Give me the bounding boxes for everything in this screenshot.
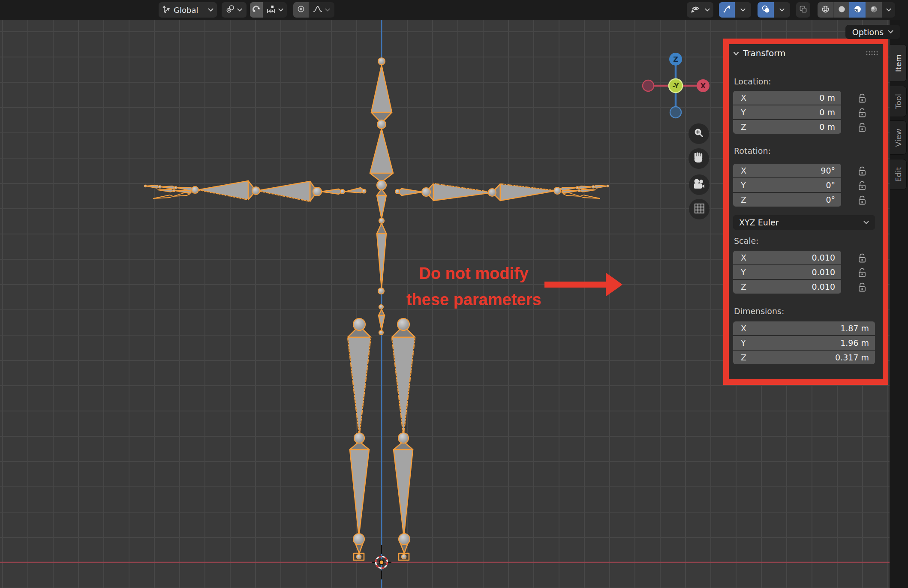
snap-target-dropdown[interactable] <box>263 2 287 18</box>
overlays-icon <box>761 5 770 15</box>
hand-icon <box>693 152 704 165</box>
pan-hand-button[interactable] <box>689 148 709 169</box>
falloff-dropdown[interactable] <box>309 2 334 18</box>
grid-icon <box>694 203 705 216</box>
options-label: Options <box>852 27 884 37</box>
camera-view-button[interactable] <box>689 174 710 195</box>
overlays-dropdown[interactable] <box>774 2 790 18</box>
gizmo-dropdown[interactable] <box>735 2 751 18</box>
show-overlays-toggle[interactable] <box>758 2 774 18</box>
tab-item[interactable]: Item <box>890 44 907 82</box>
shading-material-button[interactable] <box>849 2 866 18</box>
overlays-group <box>758 2 790 18</box>
shading-dropdown[interactable] <box>882 2 895 18</box>
chevron-down-icon <box>888 30 893 34</box>
pivot-point-icon <box>226 5 235 15</box>
material-preview-sphere-icon <box>853 5 862 15</box>
annotation-note: Do not modify these parameters <box>367 261 581 313</box>
wireframe-sphere-icon <box>821 5 830 15</box>
chevron-down-icon <box>779 8 785 12</box>
orientation-global-icon <box>162 5 171 15</box>
chevron-down-icon <box>278 8 283 12</box>
annotation-rectangle <box>723 39 888 385</box>
show-gizmo-toggle[interactable] <box>719 2 735 18</box>
sidebar-tab-strip: Item Tool View Edit <box>890 20 908 588</box>
chevron-down-icon <box>325 8 330 12</box>
xray-icon <box>799 5 808 15</box>
viewport-header: Global <box>0 0 908 20</box>
orientation-label: Global <box>174 6 198 15</box>
svg-text:X: X <box>701 82 706 90</box>
snap-increment-icon <box>266 4 276 15</box>
shading-wireframe-button[interactable] <box>818 2 833 18</box>
zoom-button[interactable] <box>689 123 709 144</box>
shading-mode-group <box>818 2 895 18</box>
chevron-down-icon <box>237 8 242 12</box>
eye-select-icon <box>690 5 700 15</box>
annotation-line2: these parameters <box>367 287 581 313</box>
gizmo-axis-x[interactable]: X <box>697 79 710 92</box>
tab-tool[interactable]: Tool <box>890 86 907 117</box>
gizmos-group <box>719 2 751 18</box>
gizmo-axis-z[interactable]: Z <box>669 53 682 66</box>
navigation-gizmo[interactable]: Z X -Y <box>641 49 712 120</box>
gizmo-axis-neg-y[interactable]: -Y <box>669 79 683 93</box>
snap-toggle-button[interactable] <box>250 2 263 18</box>
chevron-down-icon <box>886 8 891 12</box>
shading-rendered-button[interactable] <box>866 2 882 18</box>
proportional-edit-icon <box>297 5 305 15</box>
toggle-grid-button[interactable] <box>689 199 710 219</box>
visibility-dropdown[interactable] <box>687 2 713 18</box>
tab-edit[interactable]: Edit <box>890 159 907 190</box>
gizmo-icon <box>722 5 731 15</box>
chevron-down-icon <box>208 8 213 12</box>
rendered-sphere-icon <box>869 5 878 15</box>
svg-text:Z: Z <box>673 55 678 63</box>
camera-icon <box>693 178 705 191</box>
transform-orientation-dropdown[interactable]: Global <box>159 2 217 18</box>
xray-toggle[interactable] <box>796 2 810 18</box>
magnet-icon <box>252 5 261 15</box>
gizmo-axis-neg-x[interactable] <box>643 80 654 91</box>
svg-text:-Y: -Y <box>673 82 679 90</box>
solid-sphere-icon <box>837 5 846 15</box>
proportional-edit-toggle[interactable] <box>293 2 309 18</box>
chevron-down-icon <box>740 8 746 12</box>
falloff-curve-icon <box>313 5 322 15</box>
magnifier-plus-icon <box>693 127 704 140</box>
shading-solid-button[interactable] <box>833 2 849 18</box>
blender-window: Global <box>0 0 908 588</box>
tab-view[interactable]: View <box>890 120 907 155</box>
options-button[interactable]: Options <box>845 25 900 39</box>
annotation-line1: Do not modify <box>367 261 581 287</box>
pivot-point-dropdown[interactable] <box>222 2 247 18</box>
chevron-down-icon <box>705 8 710 12</box>
proportional-edit-group <box>293 2 334 18</box>
snapping-group <box>250 2 287 18</box>
gizmo-axis-neg-z[interactable] <box>670 107 681 118</box>
